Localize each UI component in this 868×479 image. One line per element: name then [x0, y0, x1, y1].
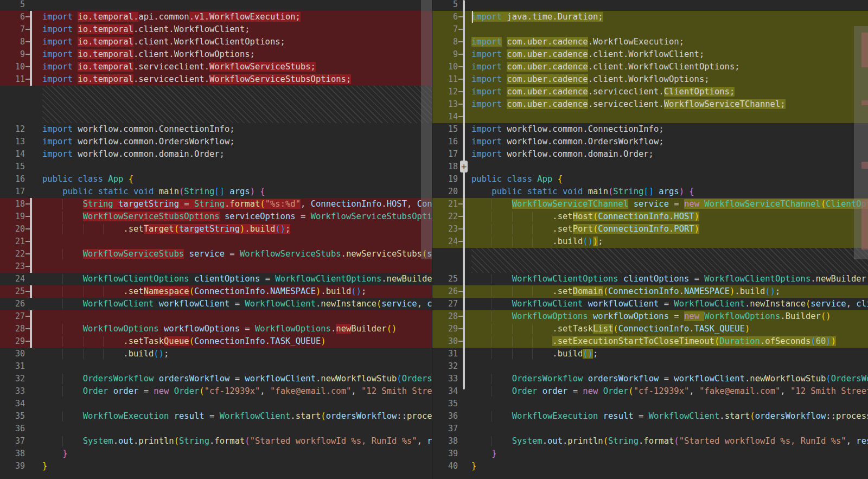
code-line[interactable]: 18	[432, 161, 868, 173]
code-text[interactable]: }	[42, 460, 432, 472]
line-number[interactable]: 25	[0, 285, 25, 298]
code-line[interactable]: 15import workflow.common.ConnectionInfo;	[432, 123, 868, 136]
line-number[interactable]: 37	[0, 435, 25, 448]
code-text[interactable]: .build();	[471, 348, 868, 360]
line-number[interactable]: 12	[0, 123, 25, 136]
code-text[interactable]: import io.temporal.client.WorkflowClient…	[42, 36, 432, 48]
code-line[interactable]: 22 .setHost(ConnectionInfo.HOST)	[432, 210, 868, 223]
code-line[interactable]: 9import com.uber.cadence.client.Workflow…	[432, 48, 868, 61]
code-line[interactable]: 8import com.uber.cadence.WorkflowExecuti…	[432, 36, 868, 48]
line-number[interactable]: 11	[0, 73, 25, 86]
code-text[interactable]: import workflow.common.OrdersWorkflow;	[42, 136, 432, 148]
code-line[interactable]: 26 WorkflowClient workflowClient = Workf…	[0, 298, 432, 310]
line-number[interactable]: 30	[0, 348, 25, 360]
line-number[interactable]: 19	[432, 173, 458, 186]
line-number[interactable]: 28	[0, 323, 25, 335]
line-number[interactable]: 10	[0, 61, 25, 73]
code-line[interactable]: 19 WorkflowServiceStubsOptions serviceOp…	[0, 210, 432, 223]
code-text[interactable]: System.out.println(String.format("Starte…	[471, 435, 868, 448]
code-line[interactable]: 23	[0, 260, 432, 273]
line-number[interactable]: 23	[432, 223, 458, 235]
code-text[interactable]: OrdersWorkflow ordersWorkflow = workflow…	[471, 373, 868, 385]
code-line[interactable]: 38 System.out.println(String.format("Sta…	[432, 435, 868, 448]
code-line[interactable]: 31 .build();	[432, 348, 868, 360]
code-text[interactable]: import com.uber.cadence.serviceclient.Cl…	[471, 86, 868, 98]
line-number[interactable]: 8	[432, 36, 458, 48]
code-line[interactable]: 30 .setExecutionStartToCloseTimeout(Dura…	[432, 335, 868, 348]
code-text[interactable]: .setHost(ConnectionInfo.HOST)	[471, 210, 868, 223]
line-number[interactable]: 18	[0, 198, 25, 210]
code-text[interactable]: import workflow.common.ConnectionInfo;	[471, 123, 868, 136]
left-scrollbar[interactable]	[421, 0, 432, 259]
code-line[interactable]: 37	[432, 423, 868, 435]
code-line[interactable]: 29 .setTaskQueue(ConnectionInfo.TASK_QUE…	[0, 335, 432, 348]
line-number[interactable]: 13	[432, 98, 458, 111]
line-number[interactable]: 15	[0, 161, 25, 173]
code-line[interactable]: 10import io.temporal.serviceclient.Workf…	[0, 61, 432, 73]
line-number[interactable]: 35	[0, 410, 25, 423]
code-line[interactable]: 11import com.uber.cadence.client.Workflo…	[432, 73, 868, 86]
editor-pane-original[interactable]: 56import io.temporal.api.common.v1.Workf…	[0, 0, 432, 479]
code-line[interactable]: 16import workflow.common.OrdersWorkflow;	[432, 136, 868, 148]
line-number[interactable]: 5	[0, 0, 25, 11]
line-number[interactable]: 9	[432, 48, 458, 61]
code-text[interactable]: WorkflowOptions workflowOptions = Workfl…	[42, 323, 432, 335]
line-number[interactable]: 9	[0, 48, 25, 61]
code-text[interactable]: .setNamespace(ConnectionInfo.NAMESPACE).…	[42, 285, 432, 298]
line-number[interactable]: 31	[432, 348, 458, 360]
code-line[interactable]: 37 System.out.println(String.format("Sta…	[0, 435, 432, 448]
line-number[interactable]: 40	[432, 460, 458, 472]
code-line[interactable]: 14import workflow.common.domain.Order;	[0, 148, 432, 161]
code-line[interactable]: 15	[0, 161, 432, 173]
line-number[interactable]: 21	[432, 198, 458, 210]
code-text[interactable]: import io.temporal.serviceclient.Workflo…	[42, 61, 432, 73]
line-number[interactable]: 26	[432, 285, 458, 298]
code-text[interactable]: import com.uber.cadence.client.WorkflowC…	[471, 48, 868, 61]
line-number[interactable]: 25	[432, 273, 458, 285]
line-number[interactable]: 34	[0, 398, 25, 410]
code-text[interactable]: System.out.println(String.format("Starte…	[42, 435, 432, 448]
code-line[interactable]: 18 String targetString = String.format("…	[0, 198, 432, 210]
code-text[interactable]: import com.uber.cadence.client.WorkflowC…	[471, 61, 868, 73]
code-line[interactable]: 34	[0, 398, 432, 410]
code-line[interactable]: 32 OrdersWorkflow ordersWorkflow = workf…	[0, 373, 432, 385]
line-number[interactable]: 27	[0, 310, 25, 323]
line-number[interactable]: 39	[432, 448, 458, 460]
code-text[interactable]: WorkflowServiceStubs service = WorkflowS…	[42, 248, 432, 260]
line-number[interactable]: 11	[432, 73, 458, 86]
code-text[interactable]: import io.temporal.client.WorkflowOption…	[42, 48, 432, 61]
line-number[interactable]: 8	[0, 36, 25, 48]
code-text[interactable]: .setExecutionStartToCloseTimeout(Duratio…	[471, 335, 868, 348]
code-line[interactable]: 21	[0, 235, 432, 248]
code-text[interactable]: WorkflowServiceStubsOptions serviceOptio…	[42, 210, 432, 223]
line-number[interactable]: 24	[0, 273, 25, 285]
code-line[interactable]: 6import java.time.Duration;	[432, 11, 868, 23]
editor-pane-modified[interactable]: 56import java.time.Duration;78import com…	[432, 0, 868, 479]
line-number[interactable]: 36	[0, 423, 25, 435]
line-number[interactable]: 7	[432, 23, 458, 36]
code-text[interactable]: WorkflowClient workflowClient = Workflow…	[42, 298, 432, 310]
code-line[interactable]: 33 OrdersWorkflow ordersWorkflow = workf…	[432, 373, 868, 385]
code-line[interactable]: 33 Order order = new Order("cf-12939x", …	[0, 385, 432, 398]
code-line[interactable]: 13import workflow.common.OrdersWorkflow;	[0, 136, 432, 148]
code-line[interactable]: 34 Order order = new Order("cf-12939x", …	[432, 385, 868, 398]
code-line[interactable]: 23 .setPort(ConnectionInfo.PORT)	[432, 223, 868, 235]
line-number[interactable]: 14	[432, 111, 458, 123]
insert-plus-badge[interactable]: +	[460, 161, 468, 173]
line-number[interactable]: 32	[432, 360, 458, 373]
line-number[interactable]: 29	[432, 323, 458, 335]
code-line[interactable]: 13import com.uber.cadence.serviceclient.…	[432, 98, 868, 111]
code-line[interactable]: 28 WorkflowOptions workflowOptions = Wor…	[0, 323, 432, 335]
line-number[interactable]: 29	[0, 335, 25, 348]
code-line[interactable]: 12import com.uber.cadence.serviceclient.…	[432, 86, 868, 98]
line-number[interactable]: 26	[0, 298, 25, 310]
line-number[interactable]: 6	[0, 11, 25, 23]
code-line[interactable]: 29 .setTaskList(ConnectionInfo.TASK_QUEU…	[432, 323, 868, 335]
code-text[interactable]: public class App {	[471, 173, 868, 186]
code-text[interactable]: import workflow.common.domain.Order;	[42, 148, 432, 161]
code-line[interactable]: 22 WorkflowServiceStubs service = Workfl…	[0, 248, 432, 260]
line-number[interactable]: 16	[432, 136, 458, 148]
code-text[interactable]: WorkflowExecution result = WorkflowClien…	[471, 410, 868, 423]
line-number[interactable]: 31	[0, 360, 25, 373]
code-line[interactable]: 24 .build());	[432, 235, 868, 248]
